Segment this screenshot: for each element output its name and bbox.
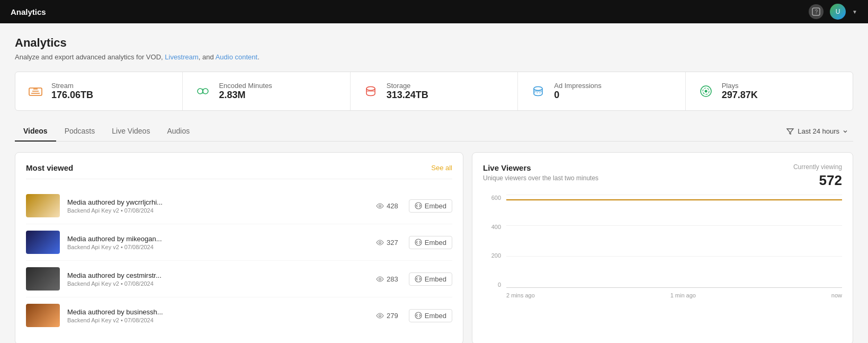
stat-stream-label: Stream	[51, 82, 93, 90]
chart-data-line	[506, 199, 842, 200]
media-meta: Backend Api Key v2 • 07/08/2024	[67, 244, 369, 250]
ad-icon	[529, 82, 548, 101]
livestream-link[interactable]: Livestream	[165, 53, 199, 61]
stat-stream-text: Stream 176.06TB	[51, 82, 93, 101]
stat-encoded-value: 2.83M	[219, 90, 272, 101]
most-viewed-title: Most viewed	[26, 163, 73, 172]
media-right: 327 Embed	[376, 236, 452, 249]
views-icon	[376, 203, 384, 209]
media-info: Media authored by mikeogan... Backend Ap…	[67, 235, 369, 250]
see-all-link[interactable]: See all	[431, 164, 452, 172]
media-right: 428 Embed	[376, 199, 452, 213]
stat-plays-value: 297.87K	[722, 90, 758, 101]
media-title: Media authored by mikeogan...	[67, 235, 369, 243]
storage-icon	[361, 82, 380, 101]
svg-point-9	[366, 87, 375, 91]
views-icon	[376, 313, 384, 319]
stat-stream-value: 176.06TB	[51, 90, 93, 101]
chart-y-label: 200	[491, 252, 501, 259]
media-title: Media authored by businessh...	[67, 308, 369, 316]
embed-button[interactable]: Embed	[409, 199, 452, 213]
svg-point-6	[198, 89, 203, 94]
views-count: 279	[387, 312, 398, 320]
list-item: Media authored by ywcrrljcrhi... Backend…	[26, 188, 452, 224]
svg-point-23	[379, 314, 381, 316]
stat-storage-value: 313.24TB	[387, 90, 428, 101]
media-title: Media authored by cestmirstr...	[67, 271, 369, 279]
media-views: 279	[376, 312, 398, 320]
embed-button[interactable]: Embed	[409, 236, 452, 249]
media-right: 283 Embed	[376, 272, 452, 286]
chart-gridline	[506, 225, 842, 226]
avatar[interactable]: U	[830, 4, 846, 20]
tab-videos[interactable]: Videos	[15, 121, 56, 142]
main-content: Analytics Analyze and export advanced an…	[0, 23, 868, 343]
stat-encoded-text: Encoded Minutes 2.83M	[219, 82, 272, 101]
media-info: Media authored by ywcrrljcrhi... Backend…	[67, 198, 369, 214]
svg-point-7	[203, 89, 208, 94]
chart-x-label-end: now	[831, 292, 842, 298]
stat-ad: Ad Impressions 0	[518, 72, 685, 110]
tab-podcasts[interactable]: Podcasts	[56, 121, 104, 142]
audio-link[interactable]: Audio content	[216, 53, 258, 61]
media-thumbnail	[26, 304, 60, 327]
views-count: 283	[387, 275, 398, 283]
filter-label: Last 24 hours	[798, 127, 839, 135]
stat-stream: Stream 176.06TB	[15, 72, 183, 110]
media-list-container: Media authored by ywcrrljcrhi... Backend…	[26, 188, 452, 333]
avatar-caret-icon: ▼	[852, 9, 857, 15]
chart-y-labels: 600 400 200 0	[483, 195, 504, 288]
tabs: Videos Podcasts Live Videos Audios	[15, 121, 198, 141]
list-item: Media authored by businessh... Backend A…	[26, 297, 452, 333]
tab-live-videos[interactable]: Live Videos	[103, 121, 158, 142]
currently-label: Currently viewing	[793, 163, 842, 171]
plays-icon	[696, 82, 715, 101]
embed-icon	[415, 312, 422, 319]
most-viewed-panel: Most viewed See all Media authored by yw…	[15, 152, 463, 343]
media-views: 283	[376, 275, 398, 283]
filter-button[interactable]: Last 24 hours	[781, 124, 853, 139]
embed-button[interactable]: Embed	[409, 309, 452, 322]
chart-gridline	[506, 195, 842, 195]
stat-plays-text: Plays 297.87K	[722, 82, 758, 101]
embed-button[interactable]: Embed	[409, 272, 452, 286]
live-viewers-title: Live Viewers	[483, 163, 531, 172]
embed-label: Embed	[425, 202, 446, 210]
embed-label: Embed	[425, 312, 446, 320]
chart-y-label: 0	[498, 282, 501, 288]
tabs-row: Videos Podcasts Live Videos Audios Last …	[15, 121, 853, 142]
live-viewers-subtitle: Unique viewers over the last two minutes	[483, 174, 598, 182]
stats-bar: Stream 176.06TB Encoded Minutes 2.83M	[15, 72, 853, 111]
navbar-title: Analytics	[11, 7, 46, 16]
page-title: Analytics	[15, 36, 853, 50]
svg-text:?: ?	[815, 9, 818, 15]
embed-label: Embed	[425, 275, 446, 283]
media-thumbnail	[26, 194, 60, 217]
help-icon[interactable]: ?	[809, 4, 824, 19]
views-icon	[376, 240, 384, 245]
media-views: 327	[376, 239, 398, 247]
encoded-icon	[193, 82, 212, 101]
stat-plays: Plays 297.87K	[686, 72, 853, 110]
media-thumbnail	[26, 267, 60, 291]
tab-audios[interactable]: Audios	[158, 121, 198, 142]
media-list: Media authored by ywcrrljcrhi... Backend…	[26, 188, 452, 333]
filter-icon	[786, 127, 794, 136]
stat-storage-label: Storage	[387, 82, 428, 90]
chart-x-label-mid: 1 min ago	[670, 292, 696, 298]
media-meta: Backend Api Key v2 • 07/08/2024	[67, 317, 369, 323]
chart-x-labels: 2 mins ago 1 min ago now	[506, 290, 842, 301]
svg-point-19	[379, 241, 381, 243]
stat-ad-value: 0	[554, 90, 602, 101]
svg-point-16	[704, 90, 707, 93]
views-count: 327	[387, 239, 398, 247]
live-viewers-panel: Live Viewers Currently viewing Unique vi…	[472, 152, 853, 343]
stat-storage-text: Storage 313.24TB	[387, 82, 428, 101]
live-viewers-chart: 600 400 200 0 2 mins ago 1 min ago	[483, 195, 842, 301]
stat-encoded: Encoded Minutes 2.83M	[183, 72, 350, 110]
chart-x-label-start: 2 mins ago	[506, 292, 535, 298]
media-meta: Backend Api Key v2 • 07/08/2024	[67, 207, 369, 214]
page-subtitle: Analyze and export advanced analytics fo…	[15, 53, 853, 61]
embed-icon	[415, 202, 422, 209]
media-meta: Backend Api Key v2 • 07/08/2024	[67, 280, 369, 287]
